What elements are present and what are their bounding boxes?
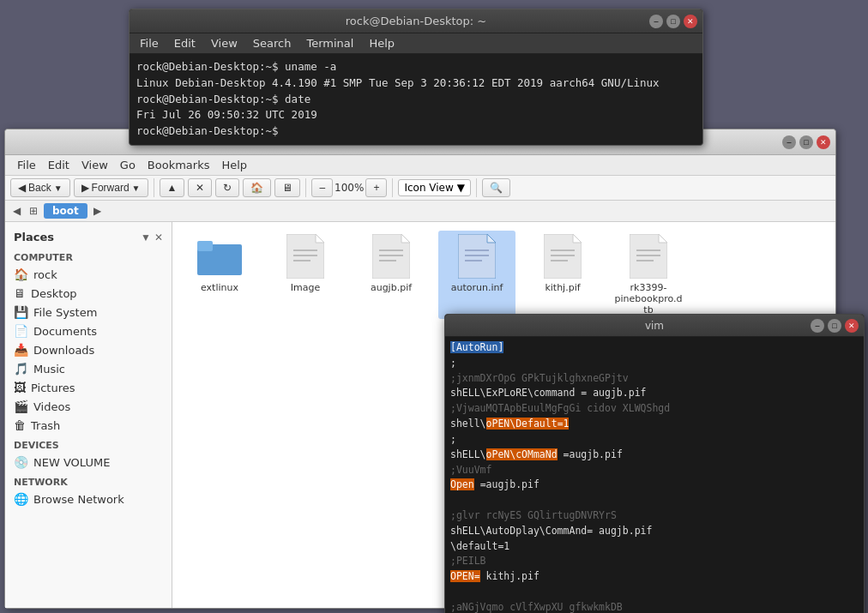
vim-minimize-button[interactable]: – [811,319,824,333]
terminal-menu-search[interactable]: Search [250,35,295,51]
home-button[interactable]: 🏠 [243,178,271,197]
terminal-menu-help[interactable]: Help [365,35,398,51]
terminal-maximize-button[interactable]: □ [666,15,680,28]
back-dropdown-icon: ▼ [54,183,63,193]
file-item-rk3399[interactable]: rk3399-pinebookpro.dtb [610,231,687,319]
filesystem-icon: 💾 [14,305,28,319]
sidebar-item-pictures[interactable]: 🖼 Pictures [5,378,172,397]
file-item-image[interactable]: Image [267,231,344,319]
path-toggle-button[interactable]: ⊞ [27,204,40,218]
autorun-icon [455,234,499,279]
computer-button[interactable]: 🖥 [274,178,300,197]
sidebar-item-trash[interactable]: 🗑 Trash [5,416,172,435]
fm-close-button[interactable]: ✕ [817,135,830,149]
sidebar-item-downloads-label: Downloads [33,344,94,357]
fm-maximize-button[interactable]: □ [799,135,813,149]
forward-dropdown-icon: ▼ [132,183,141,193]
file-item-kithj[interactable]: kithj.pif [524,231,601,319]
fm-menu-go[interactable]: Go [117,157,139,173]
sidebar-item-documents[interactable]: 📄 Documents [5,322,172,340]
zoom-in-button[interactable]: + [365,178,387,197]
fm-minimize-button[interactable]: – [782,135,796,149]
vim-line-18: ;aNGjVqmo cVlfXwpXU gfkwkmkDB [450,600,859,613]
file-item-autorun[interactable]: autorun.inf [438,231,515,319]
sidebar-item-rock-label: rock [33,268,57,281]
vim-line-11 [450,493,859,508]
sidebar-close-button[interactable]: ✕ [154,231,163,243]
path-navigation: ◀ ⊞ boot ▶ [5,201,835,222]
svg-rect-25 [636,249,660,251]
svg-rect-5 [293,249,317,251]
terminal-menu-view[interactable]: View [208,35,241,51]
svg-marker-19 [573,234,582,243]
zoom-level: 100% [335,182,364,194]
sidebar-item-browsenetwork[interactable]: 🌐 Browse Network [5,490,172,508]
vim-line-12: ;glvr rcNyES GQlirtugDNVRYrS [450,508,859,524]
svg-marker-4 [316,234,324,243]
svg-rect-20 [551,249,575,251]
augjb-label: augjb.pif [371,282,412,293]
terminal-minimize-button[interactable]: – [649,15,663,28]
newvolume-icon: 💿 [14,455,28,469]
view-select[interactable]: Icon View ▼ [398,179,471,196]
terminal-menu-terminal[interactable]: Terminal [303,35,357,51]
terminal-line-3: rock@Debian-Desktop:~$ date [136,93,310,105]
svg-rect-15 [465,249,489,251]
forward-arrow-icon: ▶ [81,182,89,194]
vim-line-15: ;PEILB [450,554,859,569]
file-item-augjb[interactable]: augjb.pif [353,231,430,319]
terminal-line-2: Linux Debian-Desktop 4.4.190 #1 SMP Tue … [136,76,660,89]
fm-menu-help[interactable]: Help [218,157,250,173]
sidebar-item-videos-label: Videos [33,400,70,413]
sidebar-item-downloads[interactable]: 📥 Downloads [5,340,172,359]
terminal-close-button[interactable]: ✕ [684,15,697,28]
terminal-controls: – □ ✕ [649,15,697,28]
zoom-out-button[interactable]: – [311,178,333,197]
terminal-titlebar: rock@Debian-Desktop: ~ – □ ✕ [130,9,702,33]
refresh-button[interactable]: ↻ [215,178,239,197]
sidebar-toggle-button[interactable]: ▼ [141,231,151,243]
toolbar-separator-3 [392,178,393,197]
rk3399-icon [626,234,671,279]
vim-line-5: ;VjwauMQTApbEuulMgFgGi cidov XLWQShgd [450,401,859,417]
sidebar-section-computer: Computer [5,247,172,265]
sidebar-item-music[interactable]: 🎵 Music [5,359,172,378]
vim-line-14: \default=1 [450,539,859,555]
desktop-icon: 🖥 [14,286,26,300]
fm-menu-view[interactable]: View [78,157,112,173]
sidebar-item-desktop[interactable]: 🖥 Desktop [5,284,172,303]
svg-marker-14 [487,234,496,243]
fm-menu-edit[interactable]: Edit [45,157,73,173]
search-button[interactable]: 🔍 [482,178,510,197]
sidebar-header: Places ▼ ✕ [5,227,172,247]
vim-close-button[interactable]: ✕ [845,319,859,333]
vim-line-10: Open =augjb.pif [450,478,859,493]
path-forward-button[interactable]: ▶ [91,204,104,218]
sidebar-item-rock[interactable]: 🏠 rock [5,265,172,284]
vim-line-17 [450,585,859,600]
path-crumb-boot[interactable]: boot [44,203,87,219]
fm-menu-file[interactable]: File [14,157,39,173]
up-button[interactable]: ▲ [160,178,185,197]
sidebar-item-browsenetwork-label: Browse Network [33,493,124,506]
forward-button[interactable]: ▶ Forward ▼ [74,178,148,197]
image-label: Image [291,282,320,293]
stop-button[interactable]: ✕ [188,178,212,197]
rk3399-label: rk3399-pinebookpro.dtb [613,282,684,316]
kithj-label: kithj.pif [545,282,580,293]
vim-line-7: ; [450,432,859,448]
fm-menu-bookmarks[interactable]: Bookmarks [144,157,214,173]
svg-rect-21 [551,255,575,256]
path-back-button[interactable]: ◀ [10,204,23,218]
sidebar-item-videos[interactable]: 🎬 Videos [5,397,172,416]
terminal-menu-edit[interactable]: Edit [171,35,199,51]
vim-maximize-button[interactable]: □ [828,319,841,333]
file-item-extlinux[interactable]: extlinux [181,231,258,319]
sidebar-item-filesystem[interactable]: 💾 File System [5,303,172,322]
sidebar-item-documents-label: Documents [33,325,97,338]
sidebar-item-newvolume[interactable]: 💿 NEW VOLUME [5,453,172,472]
vim-line-8: shELL\oPeN\cOMmaNd =augjb.pif [450,448,859,463]
vim-line-3: ;jxnmDXrOpG GPkTujklghxneGPjtv [450,371,859,387]
terminal-menu-file[interactable]: File [136,35,162,51]
back-button[interactable]: ◀ Back ▼ [10,178,70,197]
